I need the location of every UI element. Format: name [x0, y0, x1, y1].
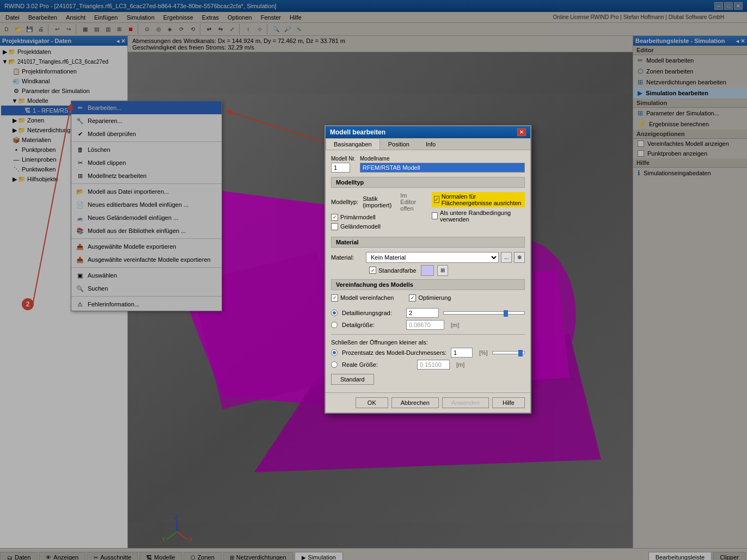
- prozentsatz-input[interactable]: [451, 348, 473, 358]
- modal-dialog: Modell bearbeiten ✕ Basisangaben Positio…: [324, 125, 531, 414]
- anwenden-button[interactable]: Anwenden: [442, 397, 489, 408]
- model-nr-label: Modell Nr.: [331, 156, 356, 162]
- standard-button[interactable]: Standard: [331, 374, 374, 385]
- detailgroesse-row: Detailgröße: [m]: [331, 320, 525, 330]
- stdfarbe-row: Standardfarbe ⊞: [369, 265, 525, 276]
- material-section-header: Material: [331, 237, 525, 248]
- prozentsatz-radio[interactable]: [331, 349, 338, 356]
- vereinf-top-row: Modell vereinfachen Optimierung: [331, 294, 525, 304]
- color-swatch: [421, 265, 434, 276]
- detail-slider[interactable]: [443, 311, 525, 315]
- gelaendemodell-cb[interactable]: [331, 223, 338, 230]
- detailgroesse-input[interactable]: [406, 320, 444, 330]
- vereinf-section-header: Vereinfachung des Modells: [331, 279, 525, 290]
- prozentsatz-unit: [%]: [479, 349, 488, 356]
- modeltype-label-row: Modelltyp: Statik (importiert) Im Editor…: [331, 192, 421, 212]
- ok-button[interactable]: OK: [356, 397, 388, 408]
- modal-body: Modell Nr. Modellname Modelltyp Modellty…: [326, 150, 530, 392]
- modal-tab-info[interactable]: Info: [418, 138, 444, 150]
- randbedingung-cb[interactable]: [432, 212, 438, 219]
- normalen-cb[interactable]: [434, 196, 439, 203]
- modal-tabs: Basisangaben Position Info: [326, 138, 530, 150]
- detail-row: Detaillierungsgrad:: [331, 308, 525, 318]
- gelaendemodell-row: Geländemodell: [331, 223, 421, 230]
- material-browse-btn[interactable]: ...: [501, 252, 512, 263]
- oeffnungen-label: Schließen der Öffnungen kleiner als:: [331, 339, 525, 346]
- optimierung-cb[interactable]: [409, 294, 416, 301]
- im-editor-label: Im Editor offen: [400, 192, 420, 212]
- material-label: Material:: [331, 254, 364, 261]
- abbrechen-button[interactable]: Abbrechen: [391, 397, 439, 408]
- detailgroesse-unit: [m]: [451, 322, 459, 328]
- modeltype-row: Modelltyp: Statik (importiert) Im Editor…: [331, 192, 525, 232]
- material-select[interactable]: Kein Material: [366, 252, 499, 263]
- standard-btn-row: Standard: [331, 374, 525, 385]
- primaermodell-cb[interactable]: [331, 214, 338, 221]
- modal-footer: OK Abbrechen Anwenden Hilfe: [326, 392, 530, 413]
- normalen-row: Normalen für Flächenergebnisse ausrichte…: [432, 192, 525, 207]
- prozentsatz-row: Prozentsatz des Modell-Durchmessers: [%]: [331, 348, 525, 358]
- hilfe-button[interactable]: Hilfe: [492, 397, 525, 408]
- reale-row: Reale Größe: [m]: [331, 360, 525, 370]
- reale-radio[interactable]: [331, 361, 338, 368]
- modal-overlay: Modell bearbeiten ✕ Basisangaben Positio…: [0, 0, 747, 560]
- model-name-input[interactable]: [360, 163, 525, 173]
- model-nr-name-row: Modell Nr. Modellname: [331, 156, 525, 173]
- color-grid-btn[interactable]: ⊞: [437, 265, 448, 276]
- reale-input[interactable]: [417, 360, 450, 370]
- modal-tab-basis[interactable]: Basisangaben: [326, 138, 380, 150]
- detail-value-input[interactable]: [406, 308, 439, 318]
- modal-close-button[interactable]: ✕: [517, 128, 526, 136]
- modeltype-value: Statik (importiert): [363, 195, 391, 208]
- detail-radio[interactable]: [331, 310, 338, 316]
- modeltype-label: Modelltyp:: [331, 199, 358, 205]
- detailgroesse-radio[interactable]: [331, 322, 338, 328]
- model-name-label: Modellname: [360, 156, 525, 162]
- model-nr-input[interactable]: [331, 163, 350, 173]
- stdfarbe-cb[interactable]: [369, 267, 376, 274]
- reale-unit: [m]: [456, 361, 464, 368]
- primaermodell-row: Primärmodell: [331, 214, 421, 221]
- prozentsatz-slider[interactable]: [492, 351, 525, 354]
- modell-vereinf-cb[interactable]: [331, 294, 338, 301]
- modal-tab-position[interactable]: Position: [380, 138, 418, 150]
- modeltype-section-header: Modelltyp: [331, 177, 525, 188]
- material-row: Material: Kein Material ... ⊕: [331, 252, 525, 263]
- modal-titlebar: Modell bearbeiten ✕: [326, 126, 530, 138]
- material-color-btn[interactable]: ⊕: [514, 252, 525, 263]
- randbedingung-row: Als untere Randbedingung verwenden: [432, 210, 525, 223]
- modal-title: Modell bearbeiten: [330, 128, 385, 136]
